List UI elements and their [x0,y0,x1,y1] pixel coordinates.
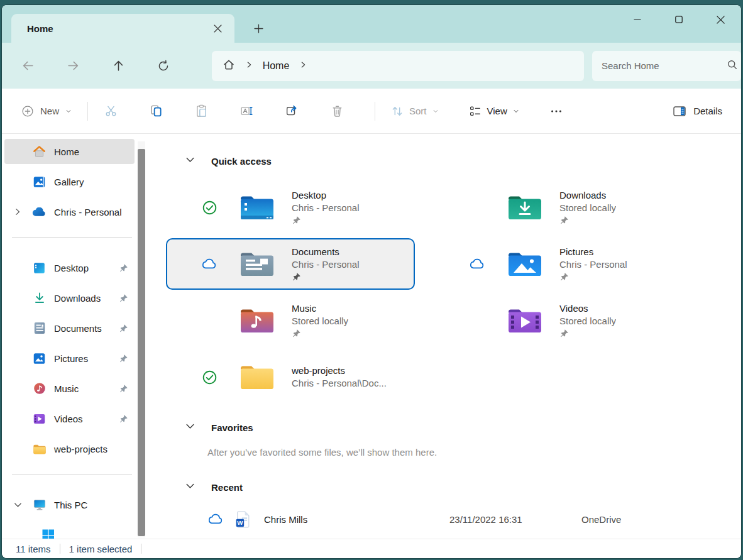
pin-icon [559,272,627,283]
details-button[interactable]: Details [664,99,730,124]
quick-access-grid: DesktopChris - PersonalDownloadsStored l… [166,182,741,403]
sidebar-item-downloads[interactable]: Downloads [4,285,135,310]
search-icon[interactable] [727,59,738,73]
quick-access-item-documents[interactable]: DocumentsChris - Personal [166,238,415,290]
sidebar-item-desktop[interactable]: Desktop [4,255,135,280]
pin-icon [292,215,360,226]
item-text: DocumentsChris - Personal [292,246,360,283]
chevron-down-icon[interactable] [185,155,195,168]
chevron-down-icon[interactable] [13,500,32,510]
chevron-right-icon [245,60,253,72]
sidebar-item-documents[interactable]: Documents [4,316,135,341]
quick-access-item-music[interactable]: MusicStored locally [166,295,415,346]
sidebar-item-videos[interactable]: Videos [4,406,135,431]
sidebar-item-label: Documents [54,323,119,334]
folder-documents-icon [239,249,275,279]
back-button[interactable] [16,53,40,79]
sidebar-item-this-pc[interactable]: This PC [4,492,135,517]
favorites-empty-text: After you’ve favorited some files, we’ll… [207,447,741,458]
chevron-down-icon[interactable] [185,421,195,434]
status-slot [469,312,485,329]
desktop-icon [32,261,47,275]
pin-icon [559,328,616,339]
folder-desktop-icon [239,192,275,222]
chevron-slot [13,177,32,187]
tab-close-icon[interactable] [209,20,226,36]
quick-access-item-desktop[interactable]: DesktopChris - Personal [166,182,415,233]
new-button[interactable]: New [13,99,80,124]
chevron-down-icon [65,107,72,115]
command-toolbar: New Sort View [2,89,741,134]
sidebar-item-pictures[interactable]: Pictures [4,346,135,371]
quick-access-item-pictures[interactable]: PicturesChris - Personal [434,238,683,290]
recent-file-chris-mills[interactable]: WChris Mills23/11/2022 16:31OneDrive [166,505,741,533]
sidebar-scrollbar[interactable] [138,149,145,536]
share-button[interactable] [277,99,307,124]
status-bar: 11 items 1 item selected [2,539,741,558]
rename-button[interactable] [231,99,261,124]
item-name: Music [292,302,348,315]
view-button[interactable]: View [461,99,527,124]
pin-icon [119,263,128,273]
sort-button[interactable]: Sort [383,99,447,124]
item-detail: Chris - Personal [292,258,360,271]
section-favorites-header[interactable]: Favorites [166,417,741,438]
sidebar-item-web-projects[interactable]: web-projects [4,436,135,461]
copy-button[interactable] [141,99,171,124]
search-box[interactable] [592,51,741,81]
up-button[interactable] [106,53,131,79]
item-text: VideosStored locally [559,302,616,339]
sidebar-item-music[interactable]: Music [4,376,135,401]
document-icon [235,539,250,539]
gallery-icon [32,175,47,189]
delete-button[interactable] [322,99,352,124]
item-name: Pictures [559,246,627,258]
section-recent-header[interactable]: Recent [166,476,741,498]
sort-icon [390,104,404,118]
cut-button[interactable] [96,99,126,124]
chevron-right-icon[interactable] [13,207,32,217]
item-detail: Stored locally [559,315,616,327]
item-name: Desktop [292,189,360,202]
chevron-right-icon[interactable] [299,60,307,72]
chevron-slot [13,414,32,424]
paste-button[interactable] [186,99,216,124]
pin-icon [119,384,128,393]
sidebar-item-chris-personal[interactable]: Chris - Personal [4,199,135,224]
chevron-slot [13,444,32,454]
folder-pictures-icon [507,249,543,279]
onedrive-icon [32,205,47,219]
close-button[interactable] [700,5,741,34]
search-input[interactable] [602,60,727,71]
breadcrumb-home-icon[interactable] [223,58,235,74]
quick-access-item-videos[interactable]: VideosStored locally [434,295,683,346]
chevron-down-icon[interactable] [185,481,195,494]
sidebar-item-partial[interactable] [2,522,135,539]
chevron-down-icon [432,107,439,115]
new-tab-button[interactable] [248,14,268,43]
sidebar-item-home[interactable]: Home [4,139,135,164]
item-name: Videos [559,302,616,315]
sidebar-item-label: This PC [54,500,135,510]
refresh-button[interactable] [151,53,176,79]
maximize-button[interactable] [658,5,700,34]
status-slot [201,312,217,329]
sync-status-icon [201,199,217,216]
item-detail: Chris - Personal [559,258,627,271]
tab-home[interactable]: Home [11,14,234,43]
breadcrumb[interactable]: Home [212,51,584,81]
breadcrumb-item-home[interactable]: Home [263,60,290,72]
section-quick-access-header[interactable]: Quick access [166,150,741,172]
recent-files-list: WChris Mills23/11/2022 16:31OneDrive [166,505,741,539]
minimize-button[interactable] [617,5,658,34]
folder-plain-icon [239,362,275,392]
sync-status-icon [201,369,217,385]
quick-access-item-web-projects[interactable]: web-projectsChris - Personal\Doc... [166,351,415,403]
sidebar-item-gallery[interactable]: Gallery [4,169,135,194]
toolbar-divider [375,102,375,121]
see-more-button[interactable] [541,99,571,124]
quick-access-item-downloads[interactable]: DownloadsStored locally [434,182,683,233]
sidebar-item-label: Chris - Personal [54,207,135,217]
recent-file-name: Chris Mills [264,514,449,525]
forward-button[interactable] [61,53,85,79]
